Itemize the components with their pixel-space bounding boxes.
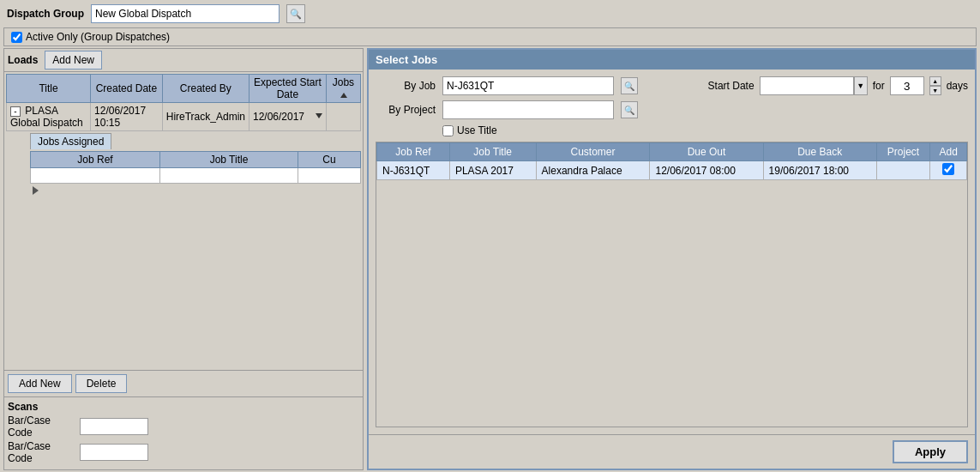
- scans-section: Scans Bar/Case Code Bar/Case Code: [4, 396, 363, 469]
- table-row: [31, 168, 361, 184]
- dialog-title: Select Jobs: [369, 50, 975, 70]
- jg-col-job-ref: Job Ref: [377, 143, 450, 161]
- left-panel: Loads Add New Title Created Date Created…: [3, 48, 364, 470]
- dialog-footer: Apply: [369, 434, 975, 469]
- active-only-row: Active Only (Group Dispatches): [3, 27, 977, 46]
- bottom-buttons-area: Add New Delete: [4, 370, 363, 396]
- by-job-row: By Job 🔍 Start Date ▼ for: [376, 76, 968, 95]
- days-input[interactable]: [890, 76, 924, 95]
- cell-jobs: [326, 103, 360, 131]
- dispatch-table: Title Created Date Created By Expected S…: [6, 74, 361, 131]
- col-jobs: Jobs: [326, 75, 360, 103]
- cell-expected-start: 12/06/2017: [249, 103, 326, 131]
- by-job-input[interactable]: [442, 76, 614, 95]
- main-grid-area: Title Created Date Created By Expected S…: [4, 72, 363, 133]
- jg-col-add: Add: [930, 143, 967, 161]
- sub-col-cu: Cu: [298, 152, 361, 168]
- start-date-section: Start Date ▼ for ▲ ▼ days: [708, 76, 968, 95]
- bar-case-input-1[interactable]: [80, 418, 148, 435]
- active-only-label: Active Only (Group Dispatches): [26, 31, 170, 43]
- cell-title: - PLASA Global Dispatch: [7, 103, 91, 131]
- jg-col-customer: Customer: [536, 143, 650, 161]
- scans-label: Scans: [8, 401, 38, 413]
- use-title-checkbox[interactable]: [442, 125, 454, 136]
- start-date-label: Start Date: [708, 80, 755, 92]
- col-created-by: Created By: [162, 75, 249, 103]
- empty-cell-3: [298, 168, 361, 184]
- bar-case-label-1: Bar/Case Code: [8, 415, 76, 439]
- tab-area: Jobs Assigned: [21, 133, 363, 149]
- empty-cell-2: [159, 168, 298, 184]
- col-expected-start: Expected Start Date: [249, 75, 326, 103]
- jg-col-due-out: Due Out: [650, 143, 763, 161]
- use-title-label: Use Title: [457, 124, 497, 136]
- start-date-dropdown-button[interactable]: ▼: [854, 76, 868, 95]
- empty-cell-1: [31, 168, 160, 184]
- jobs-assigned-tab[interactable]: Jobs Assigned: [30, 133, 111, 149]
- expand-icon[interactable]: -: [10, 106, 21, 117]
- jg-cell-project: [876, 161, 930, 180]
- days-up-button[interactable]: ▲: [929, 76, 941, 86]
- days-label: days: [947, 80, 968, 92]
- table-row[interactable]: - PLASA Global Dispatch 12/06/2017 10:15…: [7, 103, 361, 131]
- by-job-search-button[interactable]: 🔍: [621, 77, 638, 94]
- days-spinner[interactable]: ▲ ▼: [929, 76, 941, 95]
- start-date-input[interactable]: [760, 76, 854, 95]
- date-dropdown-icon[interactable]: [316, 113, 322, 118]
- select-jobs-dialog: Select Jobs By Job 🔍 Start Date ▼: [367, 48, 977, 470]
- jobs-table: Job Ref Job Title Cu: [30, 151, 361, 199]
- cell-created-date: 12/06/2017 10:15: [91, 103, 163, 131]
- jg-col-due-back: Due Back: [763, 143, 876, 161]
- dispatch-group-label: Dispatch Group: [7, 8, 84, 20]
- apply-button[interactable]: Apply: [893, 440, 968, 463]
- nav-right-icon[interactable]: [33, 186, 39, 195]
- by-project-row: By Project 🔍: [376, 100, 968, 119]
- active-only-checkbox[interactable]: [11, 32, 22, 43]
- jobs-grid-row[interactable]: N-J631QT PLASA 2017 Alexandra Palace 12/…: [377, 161, 967, 180]
- search-button[interactable]: 🔍: [286, 4, 305, 23]
- sub-col-job-ref: Job Ref: [31, 152, 160, 168]
- jg-cell-job-ref: N-J631QT: [377, 161, 450, 180]
- start-date-wrapper: ▼: [760, 76, 868, 95]
- cell-created-by: HireTrack_Admin: [162, 103, 249, 131]
- jg-col-project: Project: [876, 143, 930, 161]
- nav-row: [31, 184, 361, 200]
- dispatch-input[interactable]: [91, 4, 280, 23]
- barcode-row-1: Bar/Case Code: [8, 415, 359, 439]
- top-bar: Dispatch Group 🔍: [0, 0, 980, 27]
- col-created-date: Created Date: [91, 75, 163, 103]
- add-job-checkbox[interactable]: [942, 163, 954, 175]
- sub-grid-area: Job Ref Job Title Cu: [4, 149, 363, 370]
- by-job-label: By Job: [376, 80, 436, 92]
- loads-section-header: Loads Add New: [4, 49, 363, 72]
- days-down-button[interactable]: ▼: [929, 86, 941, 95]
- bar-case-input-2[interactable]: [80, 444, 148, 461]
- by-project-search-button[interactable]: 🔍: [621, 101, 638, 118]
- jg-cell-add[interactable]: [930, 161, 967, 180]
- jobs-grid-table: Job Ref Job Title Customer Due Out Due B…: [376, 142, 967, 180]
- for-label: for: [873, 80, 885, 92]
- sub-col-job-title: Job Title: [159, 152, 298, 168]
- col-title: Title: [7, 75, 91, 103]
- add-new-loads-button[interactable]: Add New: [45, 51, 102, 70]
- plasa-title: PLASA Global Dispatch: [10, 105, 83, 129]
- main-container: Dispatch Group 🔍 Active Only (Group Disp…: [0, 0, 980, 472]
- barcode-row-2: Bar/Case Code: [8, 440, 359, 464]
- jg-cell-due-back: 19/06/2017 18:00: [763, 161, 876, 180]
- delete-button[interactable]: Delete: [75, 374, 128, 393]
- by-project-label: By Project: [376, 104, 436, 116]
- jobs-sort-icon: [340, 93, 347, 98]
- by-project-search-icon: 🔍: [624, 106, 634, 115]
- content-area: Loads Add New Title Created Date Created…: [0, 46, 980, 472]
- jg-cell-job-title: PLASA 2017: [449, 161, 536, 180]
- jg-col-job-title: Job Title: [449, 143, 536, 161]
- jg-cell-customer: Alexandra Palace: [536, 161, 650, 180]
- search-icon: 🔍: [290, 9, 302, 20]
- use-title-row: Use Title: [442, 124, 968, 136]
- jobs-grid: Job Ref Job Title Customer Due Out Due B…: [376, 142, 968, 427]
- by-job-search-icon: 🔍: [624, 82, 634, 91]
- loads-label: Loads: [8, 54, 38, 66]
- by-project-input[interactable]: [442, 100, 614, 119]
- add-new-button[interactable]: Add New: [8, 374, 72, 393]
- bar-case-label-2: Bar/Case Code: [8, 440, 76, 464]
